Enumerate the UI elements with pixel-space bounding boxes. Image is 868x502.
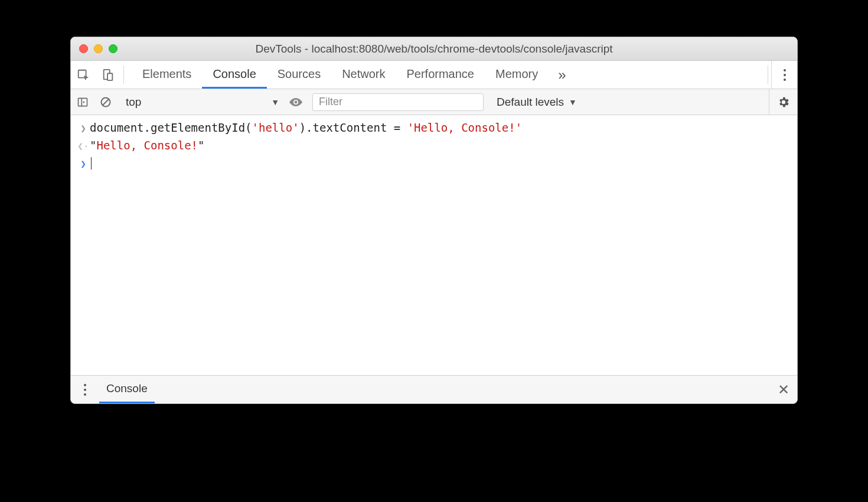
- drawer: Console ✕: [71, 375, 797, 403]
- tabs-overflow-button[interactable]: »: [549, 61, 575, 89]
- window-title: DevTools - localhost:8080/web/tools/chro…: [71, 43, 797, 56]
- result-chevron-icon: ❮·: [77, 139, 90, 152]
- main-toolbar: Elements Console Sources Network Perform…: [71, 61, 797, 89]
- input-chevron-icon: ❯: [77, 121, 90, 134]
- dropdown-triangle-icon: ▼: [271, 97, 279, 107]
- devtools-window: DevTools - localhost:8080/web/tools/chro…: [70, 37, 798, 404]
- tab-network[interactable]: Network: [331, 61, 396, 89]
- svg-marker-8: [83, 101, 85, 103]
- tab-sources[interactable]: Sources: [267, 61, 331, 89]
- tab-performance[interactable]: Performance: [396, 61, 485, 89]
- window-titlebar: DevTools - localhost:8080/web/tools/chro…: [71, 37, 797, 61]
- svg-point-4: [784, 74, 786, 76]
- dropdown-triangle-icon: ▼: [569, 97, 577, 107]
- console-result-row: ❮· "Hello, Console!": [71, 136, 797, 154]
- console-input-row: ❯ document.getElementById('hello').textC…: [71, 119, 797, 136]
- inspect-element-icon[interactable]: [71, 61, 96, 89]
- show-console-sidebar-icon[interactable]: [71, 96, 94, 108]
- tab-memory[interactable]: Memory: [485, 61, 549, 89]
- svg-rect-6: [79, 98, 87, 106]
- drawer-tab-console[interactable]: Console: [99, 376, 155, 403]
- drawer-close-icon[interactable]: ✕: [770, 382, 797, 398]
- panel-tabs: Elements Console Sources Network Perform…: [127, 61, 765, 89]
- prompt-chevron-icon: ❯: [77, 157, 90, 169]
- window-minimize-button[interactable]: [94, 44, 103, 53]
- window-close-button[interactable]: [79, 44, 88, 53]
- svg-point-5: [784, 79, 786, 81]
- console-output[interactable]: ❯ document.getElementById('hello').textC…: [71, 115, 797, 375]
- svg-point-14: [84, 389, 86, 391]
- window-zoom-button[interactable]: [109, 44, 118, 53]
- device-toolbar-icon[interactable]: [96, 61, 120, 89]
- execution-context-label: top: [126, 96, 141, 109]
- log-levels-selector[interactable]: Default levels ▼: [497, 96, 577, 109]
- tab-console[interactable]: Console: [202, 61, 266, 89]
- svg-line-10: [103, 99, 109, 105]
- traffic-lights: [79, 44, 118, 53]
- separator: [123, 66, 124, 84]
- console-prompt-input[interactable]: [90, 157, 92, 169]
- console-input-code: document.getElementById('hello').textCon…: [90, 121, 522, 134]
- tab-elements[interactable]: Elements: [132, 61, 202, 89]
- svg-point-13: [84, 384, 86, 386]
- console-result-value: "Hello, Console!": [90, 139, 205, 152]
- svg-rect-2: [107, 73, 112, 80]
- log-levels-label: Default levels: [497, 96, 564, 109]
- separator: [768, 66, 768, 84]
- console-toolbar: top ▼ Default levels ▼: [71, 89, 797, 115]
- clear-console-icon[interactable]: [94, 96, 117, 108]
- execution-context-selector[interactable]: top ▼: [122, 96, 283, 109]
- svg-point-12: [295, 100, 298, 103]
- filter-input[interactable]: [312, 93, 484, 111]
- drawer-menu-button[interactable]: [71, 383, 99, 396]
- console-prompt-row[interactable]: ❯: [71, 154, 797, 172]
- svg-point-15: [84, 393, 86, 396]
- live-expression-icon[interactable]: [283, 96, 309, 108]
- svg-point-3: [784, 69, 786, 71]
- console-settings-icon[interactable]: [769, 89, 797, 115]
- main-menu-button[interactable]: [771, 61, 797, 89]
